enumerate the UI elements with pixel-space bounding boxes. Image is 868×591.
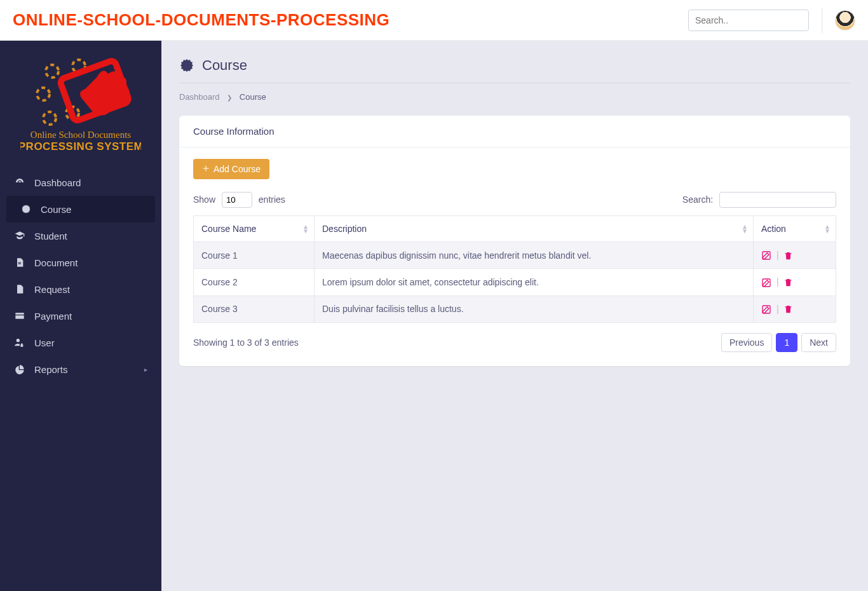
cell-name: Course 2 <box>194 269 315 296</box>
gauge-icon <box>14 177 25 188</box>
avatar[interactable] <box>835 10 855 31</box>
edit-icon[interactable] <box>761 304 771 314</box>
sidebar-item-label: User <box>34 337 55 348</box>
plus-icon <box>202 164 210 174</box>
show-label: Show <box>193 194 215 205</box>
sidebar-item-label: Course <box>41 204 71 215</box>
table-search: Search: <box>682 192 836 208</box>
sort-icon: ▲▼ <box>742 224 748 233</box>
col-label: Description <box>322 224 367 234</box>
sidebar-item-label: Student <box>34 231 67 241</box>
course-panel: Course Information Add Course Show entri… <box>179 116 850 366</box>
chevron-right-icon: ▸ <box>144 366 147 373</box>
table-row: Course 1 Maecenas dapibus dignissim nunc… <box>194 242 836 269</box>
trash-icon[interactable] <box>783 304 793 314</box>
sidebar-item-label: Request <box>34 284 70 295</box>
divider <box>822 8 822 33</box>
svg-text:PROCESSING SYSTEM: PROCESSING SYSTEM <box>20 140 141 153</box>
cell-actions: | <box>754 296 836 322</box>
trash-icon[interactable] <box>783 250 793 260</box>
col-description[interactable]: Description ▲▼ <box>315 216 754 242</box>
page-length-input[interactable] <box>222 192 252 208</box>
card-icon <box>14 310 25 322</box>
sidebar-item-dashboard[interactable]: Dashboard <box>0 169 161 196</box>
course-table: Course Name ▲▼ Description ▲▼ Action ▲▼ <box>193 215 836 323</box>
sidebar-item-course[interactable]: Course <box>6 196 155 222</box>
svg-text:Online School Documents: Online School Documents <box>31 130 131 140</box>
sidebar-item-label: Document <box>34 257 78 268</box>
panel-title: Course Information <box>179 116 850 147</box>
cell-actions: | <box>754 242 836 269</box>
sidebar-item-label: Reports <box>34 364 68 375</box>
sidebar-item-user[interactable]: User <box>0 329 161 356</box>
sidebar-item-student[interactable]: Student <box>0 222 161 249</box>
table-row: Course 2 Lorem ipsum dolor sit amet, con… <box>194 269 836 296</box>
page-title: Course <box>202 57 247 74</box>
svg-rect-11 <box>763 306 770 313</box>
entries-label: entries <box>259 194 285 205</box>
pagination: Previous 1 Next <box>721 333 836 352</box>
table-row: Course 3 Duis pulvinar facilisis tellus … <box>194 296 836 322</box>
col-action[interactable]: Action ▲▼ <box>754 216 836 242</box>
page-1-button[interactable]: 1 <box>776 333 797 352</box>
file-icon <box>14 283 25 295</box>
sidebar-item-reports[interactable]: Reports ▸ <box>0 356 161 383</box>
graduate-icon <box>14 230 25 241</box>
search-label: Search: <box>682 194 713 205</box>
edit-icon[interactable] <box>761 276 771 287</box>
edit-icon[interactable] <box>761 250 771 260</box>
table-info: Showing 1 to 3 of 3 entries <box>193 337 299 348</box>
col-course-name[interactable]: Course Name ▲▼ <box>194 216 315 242</box>
brand-title: ONLINE-SCHOOL-DOCUMENTS-PROCESSING <box>13 10 390 30</box>
breadcrumb-root[interactable]: Dashboard <box>179 92 220 102</box>
cell-name: Course 1 <box>194 242 315 269</box>
svg-point-2 <box>37 88 50 100</box>
breadcrumb: Dashboard ❯ Course <box>179 83 850 116</box>
cell-desc: Lorem ipsum dolor sit amet, consectetur … <box>315 269 754 296</box>
sidebar-item-label: Dashboard <box>34 177 81 188</box>
certificate-icon <box>179 58 194 73</box>
col-label: Course Name <box>201 224 256 234</box>
breadcrumb-current: Course <box>240 92 266 102</box>
top-bar: ONLINE-SCHOOL-DOCUMENTS-PROCESSING <box>0 0 868 41</box>
sort-icon: ▲▼ <box>824 224 831 233</box>
global-search-input[interactable] <box>688 10 809 31</box>
svg-rect-10 <box>763 279 770 287</box>
divider: | <box>776 250 779 260</box>
length-control: Show entries <box>193 192 285 208</box>
chevron-right-icon: ❯ <box>227 94 232 101</box>
sidebar-item-label: Payment <box>34 311 72 322</box>
cell-actions: | <box>754 269 836 296</box>
svg-rect-9 <box>763 252 770 259</box>
certificate-icon <box>20 203 32 215</box>
file-word-icon <box>14 257 25 268</box>
divider: | <box>776 304 779 314</box>
add-course-button[interactable]: Add Course <box>193 159 269 179</box>
col-label: Action <box>761 224 786 234</box>
cell-desc: Duis pulvinar facilisis tellus a luctus. <box>315 296 754 322</box>
sidebar-item-payment[interactable]: Payment <box>0 302 161 329</box>
sort-icon: ▲▼ <box>302 224 309 233</box>
nav-list: Dashboard Course Student Document <box>0 169 161 383</box>
table-search-input[interactable] <box>719 192 836 208</box>
cell-desc: Maecenas dapibus dignissim nunc, vitae h… <box>315 242 754 269</box>
cell-name: Course 3 <box>194 296 315 322</box>
users-lock-icon <box>14 337 25 348</box>
sidebar-item-request[interactable]: Request <box>0 276 161 302</box>
logo: Online School Documents PROCESSING SYSTE… <box>0 41 161 169</box>
sidebar-item-document[interactable]: Document <box>0 249 161 276</box>
next-button[interactable]: Next <box>801 333 836 352</box>
pie-icon <box>14 363 25 375</box>
page-header: Course <box>179 53 850 83</box>
add-course-label: Add Course <box>214 164 261 174</box>
trash-icon[interactable] <box>783 276 793 287</box>
sidebar: Online School Documents PROCESSING SYSTE… <box>0 41 161 591</box>
divider: | <box>776 276 779 287</box>
main-content: Course Dashboard ❯ Course Course Informa… <box>161 41 868 591</box>
svg-point-0 <box>46 65 58 78</box>
prev-button[interactable]: Previous <box>721 333 772 352</box>
svg-point-3 <box>43 112 56 125</box>
